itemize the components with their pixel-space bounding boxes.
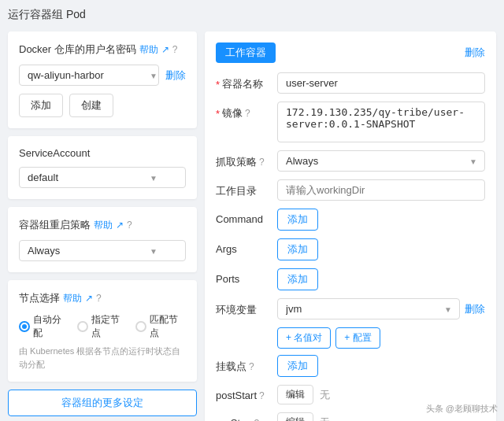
docker-title-text: Docker 仓库的用户名密码: [19, 42, 136, 57]
node-selection-card: 节点选择 帮助 ↗ ? 自动分配 指定节点: [8, 280, 197, 382]
radio-auto[interactable]: 自动分配: [19, 313, 69, 340]
required-star-image: *: [216, 108, 220, 120]
radio-match-label: 匹配节点: [150, 313, 186, 340]
mount-label-text: 挂载点: [216, 360, 246, 374]
mount-label: 挂载点 ?: [216, 355, 271, 374]
env-delete-btn[interactable]: 删除: [465, 302, 485, 316]
ports-row: Ports 添加: [216, 268, 485, 290]
docker-card-title: Docker 仓库的用户名密码 帮助 ↗ ?: [19, 42, 186, 57]
node-link-icon[interactable]: ↗: [85, 293, 93, 304]
fetch-policy-question-icon: ?: [259, 157, 265, 168]
radio-specify[interactable]: 指定节点: [77, 313, 128, 340]
node-question-icon: ?: [96, 293, 102, 304]
docker-select-wrapper: qw-aliyun-harbor ▼ 删除: [19, 65, 186, 86]
post-start-label: postStart ?: [216, 385, 271, 401]
node-help-link[interactable]: 帮助: [63, 292, 82, 305]
restart-policy-card: 容器组重启策略 帮助 ↗ ? Always ▼: [8, 207, 197, 272]
node-hint: 由 Kubernetes 根据各节点的运行时状态自动分配: [19, 345, 186, 371]
post-start-value: 无: [320, 388, 330, 402]
node-selection-title: 节点选择 帮助 ↗ ?: [19, 291, 186, 305]
service-account-title: ServiceAccount: [19, 147, 186, 159]
env-actions: + 名值对 + 配置: [216, 327, 485, 349]
post-start-label-text: postStart: [216, 390, 257, 401]
env-add-kv-btn[interactable]: + 名值对: [277, 327, 331, 349]
image-question-icon: ?: [245, 108, 250, 119]
pre-stop-question-icon: ?: [254, 418, 260, 422]
restart-policy-title-text: 容器组重启策略: [19, 218, 91, 232]
image-row: * 镜像 ? 172.19.130.235/qy-tribe/user-serv…: [216, 102, 485, 142]
ports-label: Ports: [216, 268, 271, 285]
left-panel: Docker 仓库的用户名密码 帮助 ↗ ? qw-aliyun-harbor …: [8, 31, 197, 416]
command-add-btn[interactable]: 添加: [277, 209, 318, 231]
work-dir-row: 工作目录: [216, 179, 485, 201]
env-row: 环境变量 jvm ▼ 删除: [216, 298, 485, 319]
mount-question-icon: ?: [249, 361, 254, 372]
work-container-tab[interactable]: 工作容器: [216, 42, 276, 63]
node-title-text: 节点选择: [19, 291, 60, 305]
env-select-wrap: jvm ▼: [277, 298, 460, 319]
env-select[interactable]: jvm: [277, 298, 460, 319]
container-name-label: * 容器名称: [216, 72, 271, 91]
post-start-question-icon: ?: [259, 390, 265, 401]
service-account-select[interactable]: default: [19, 167, 186, 188]
fetch-policy-row: 抓取策略 ? Always ▼: [216, 150, 485, 172]
restart-link-icon[interactable]: ↗: [116, 220, 124, 231]
image-textarea[interactable]: 172.19.130.235/qy-tribe/user-server:0.0.…: [277, 102, 485, 142]
more-settings-btn[interactable]: 容器组的更多设定: [8, 390, 197, 416]
page-container: 运行容器组 Pod Docker 仓库的用户名密码 帮助 ↗ ? qw-aliy…: [0, 0, 504, 421]
command-row: Command 添加: [216, 209, 485, 231]
restart-policy-select[interactable]: Always: [19, 240, 186, 261]
fetch-policy-label: 抓取策略 ?: [216, 150, 271, 169]
radio-specify-circle: [77, 321, 88, 332]
docker-delete-btn[interactable]: 删除: [165, 68, 186, 83]
docker-select[interactable]: qw-aliyun-harbor: [19, 65, 159, 86]
restart-policy-title: 容器组重启策略 帮助 ↗ ?: [19, 218, 186, 232]
fetch-policy-select[interactable]: Always: [277, 150, 485, 172]
post-start-edit-btn[interactable]: 编辑: [277, 385, 313, 404]
right-header: 工作容器 删除: [216, 42, 485, 63]
docker-question-icon: ?: [172, 44, 178, 55]
args-add-btn[interactable]: 添加: [277, 238, 318, 260]
service-account-select-wrapper: default ▼: [19, 167, 186, 188]
required-star-name: *: [216, 79, 220, 90]
pre-stop-value: 无: [320, 415, 330, 422]
restart-question-icon: ?: [127, 220, 132, 231]
docker-create-btn[interactable]: 创建: [69, 94, 113, 117]
pre-stop-controls: 编辑 无: [277, 412, 330, 421]
fetch-policy-select-wrap: Always ▼: [277, 150, 485, 172]
args-row: Args 添加: [216, 238, 485, 260]
docker-link-icon[interactable]: ↗: [161, 44, 169, 55]
env-add-config-btn[interactable]: + 配置: [335, 327, 380, 349]
radio-specify-label: 指定节点: [91, 313, 128, 340]
mount-add-btn[interactable]: 添加: [277, 355, 318, 377]
restart-policy-select-wrapper: Always ▼: [19, 240, 186, 261]
restart-help-link[interactable]: 帮助: [94, 219, 113, 232]
radio-auto-circle: [19, 321, 30, 332]
image-label-text: 镜像: [222, 106, 243, 120]
post-start-controls: 编辑 无: [277, 385, 330, 404]
pre-stop-edit-btn[interactable]: 编辑: [277, 412, 313, 421]
radio-match-circle: [135, 321, 146, 332]
env-label: 环境变量: [216, 298, 271, 317]
container-name-input[interactable]: [277, 72, 485, 94]
mount-row: 挂载点 ? 添加: [216, 355, 485, 377]
radio-match[interactable]: 匹配节点: [135, 313, 186, 340]
ports-add-btn[interactable]: 添加: [277, 268, 318, 290]
post-start-row: postStart ? 编辑 无: [216, 385, 485, 404]
work-dir-input[interactable]: [277, 179, 485, 201]
page-title: 运行容器组 Pod: [8, 8, 496, 22]
container-name-label-text: 容器名称: [222, 77, 263, 91]
pre-stop-label: preStop ?: [216, 412, 271, 421]
env-controls: jvm ▼ 删除: [277, 298, 485, 319]
command-label: Command: [216, 209, 271, 225]
docker-card: Docker 仓库的用户名密码 帮助 ↗ ? qw-aliyun-harbor …: [8, 31, 197, 128]
right-panel: 工作容器 删除 * 容器名称 * 镜像 ? 172.19.130.235/qy-…: [205, 31, 496, 421]
fetch-policy-label-text: 抓取策略: [216, 155, 257, 169]
main-layout: Docker 仓库的用户名密码 帮助 ↗ ? qw-aliyun-harbor …: [8, 31, 496, 421]
docker-help-link[interactable]: 帮助: [139, 43, 158, 57]
docker-add-btn[interactable]: 添加: [19, 94, 63, 117]
watermark: 头条 @老顾聊技术: [426, 403, 498, 415]
right-delete-btn[interactable]: 删除: [465, 46, 485, 60]
work-dir-label: 工作目录: [216, 179, 271, 198]
node-radio-group: 自动分配 指定节点 匹配节点: [19, 313, 186, 340]
